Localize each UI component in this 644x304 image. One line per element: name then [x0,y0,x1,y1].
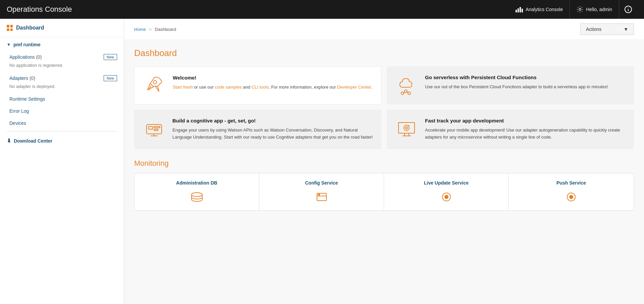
push-service-status-icon [565,192,578,202]
gear-icon [577,6,583,13]
monitoring-item-admin-db: Administration DB [135,173,259,210]
live-update-label: Live Update Service [424,180,469,186]
code-samples-link[interactable]: code samples [215,85,242,90]
analytics-console-button[interactable]: Analytics Console [509,0,570,19]
svg-rect-17 [154,129,158,131]
applications-label: Applications (0) [9,54,42,60]
serverless-card-icon [395,74,418,96]
dashboard-section: Dashboard [124,40,644,219]
cli-tools-link[interactable]: CLI tools [252,85,269,90]
cloud-icon [396,74,418,96]
monitoring-item-push-service: Push Service [509,173,634,210]
watson-icon [143,118,165,140]
fasttrack-card: Fast track your app development Accelera… [387,110,634,149]
hello-admin-button[interactable]: Hello, admin [570,0,619,19]
hello-admin-label: Hello, admin [586,7,612,12]
svg-rect-20 [398,122,415,133]
breadcrumb: Home > Dashboard [134,27,176,32]
sidebar-adapters-row: Adapters (0) New [0,72,124,83]
adapters-new-button[interactable]: New [104,75,117,81]
welcome-card: Welcome! Start fresh or use our code sam… [134,66,381,104]
dashboard-title: Dashboard [134,48,634,58]
breadcrumb-separator: > [149,27,152,32]
adapters-empty-msg: No adapter is deployed. [0,83,124,93]
svg-rect-0 [516,10,517,12]
fasttrack-card-content: Fast track your app development Accelera… [425,118,626,141]
live-update-status-icon [440,192,453,202]
sidebar-divider [7,131,117,132]
sidebar: Dashboard ▼ pmf runtime Applications (0)… [0,19,124,304]
config-service-icon [313,190,330,204]
svg-rect-15 [149,126,153,129]
cognitive-card-title: Build a cognitive app - get, set, go! [172,118,373,123]
content-inner: Home > Dashboard Actions ▼ Dashboard [124,19,644,304]
serverless-card-title: Go serverless with Persistent Cloud Func… [425,74,608,80]
applications-new-button[interactable]: New [104,54,117,60]
svg-line-26 [409,125,409,126]
admin-db-label: Administration DB [176,180,217,186]
applications-empty-msg: No application is registered. [0,61,124,72]
info-icon [625,6,632,13]
sidebar-item-error-log[interactable]: Error Log [0,105,124,117]
actions-label: Actions [586,27,601,32]
actions-dropdown-button[interactable]: Actions ▼ [580,23,634,35]
welcome-card-text: Start fresh or use our code samples and … [173,84,372,91]
svg-rect-1 [518,8,519,12]
chevron-down-icon: ▼ [7,42,11,47]
welcome-card-content: Welcome! Start fresh or use our code sam… [173,75,372,91]
sidebar-runtime-section[interactable]: ▼ pmf runtime [0,37,124,51]
svg-rect-3 [522,9,523,12]
svg-rect-2 [520,7,521,12]
app-title: Operations Console [7,5,509,14]
live-update-icon [438,190,455,204]
admin-db-status-icon [190,192,204,202]
start-fresh-link[interactable]: Start fresh [173,85,193,90]
admin-db-icon [189,190,205,204]
adapters-label: Adapters (0) [9,75,35,81]
svg-point-30 [318,194,320,195]
download-center-label: Download Center [14,138,52,144]
svg-point-24 [404,125,409,131]
sidebar-item-devices[interactable]: Devices [0,117,124,129]
download-icon: ⬇ [7,138,11,144]
header: Operations Console Analytics Console Hel… [0,0,644,19]
monitoring-item-config-service: Config Service [259,173,384,210]
breadcrumb-current: Dashboard [155,27,176,32]
fasttrack-card-title: Fast track your app development [425,118,626,123]
breadcrumb-home[interactable]: Home [134,27,146,32]
info-button[interactable] [619,0,637,19]
monitoring-title: Monitoring [134,159,634,168]
svg-point-4 [579,8,581,10]
svg-rect-16 [154,126,160,128]
content-area: Home > Dashboard Actions ▼ Dashboard [124,19,644,304]
monitoring-grid: Administration DB Config Service [134,173,634,211]
runtime-section-label: pmf runtime [13,42,41,47]
config-service-label: Config Service [305,180,338,186]
push-service-icon [563,190,580,204]
dashboard-grid-icon [7,25,13,31]
monitor-icon [396,118,418,140]
fasttrack-card-desc: Accelerate your mobile app development! … [425,127,626,141]
sidebar-item-download-center[interactable]: ⬇ Download Center [0,134,124,148]
header-actions: Analytics Console Hello, admin [509,0,637,19]
cognitive-card-desc: Engage your users by using Watson APIs s… [172,127,373,141]
sidebar-item-runtime-settings[interactable]: Runtime Settings [0,93,124,105]
svg-point-32 [445,195,448,199]
serverless-card-content: Go serverless with Persistent Cloud Func… [425,74,608,91]
push-service-label: Push Service [556,180,586,186]
analytics-console-label: Analytics Console [526,7,563,12]
fasttrack-card-icon [395,118,418,140]
sidebar-dashboard-label: Dashboard [16,25,44,31]
cards-grid: Welcome! Start fresh or use our code sam… [134,66,634,149]
developer-center-link[interactable]: Developer Center [337,85,371,90]
svg-point-34 [570,195,573,199]
welcome-card-title: Welcome! [173,75,372,81]
cognitive-card-content: Build a cognitive app - get, set, go! En… [172,118,373,141]
serverless-card: Go serverless with Persistent Cloud Func… [387,66,634,104]
rocket-icon [144,75,164,95]
content-header: Home > Dashboard Actions ▼ [124,19,644,40]
cognitive-card-icon [142,118,166,140]
svg-point-7 [628,8,629,8]
monitoring-item-live-update: Live Update Service [384,173,509,210]
sidebar-item-dashboard[interactable]: Dashboard [0,19,124,37]
